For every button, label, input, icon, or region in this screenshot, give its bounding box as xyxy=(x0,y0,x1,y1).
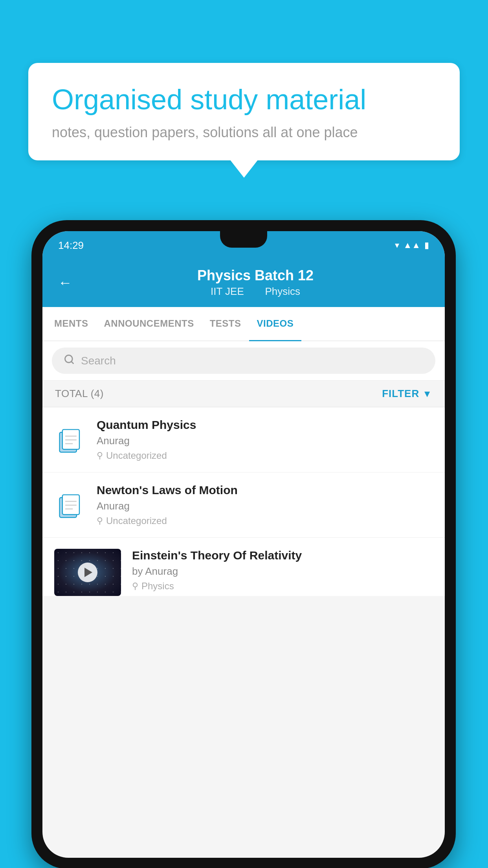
back-button[interactable]: ← xyxy=(58,274,72,291)
search-icon xyxy=(64,354,75,368)
filter-icon: ▼ xyxy=(422,388,432,399)
video-tag-1: ⚲ Uncategorized xyxy=(97,450,433,461)
video-thumbnail-3 xyxy=(54,549,121,596)
video-title-1: Quantum Physics xyxy=(97,418,433,432)
header-subtitle-sep xyxy=(253,285,259,297)
bubble-subtitle: notes, question papers, solutions all at… xyxy=(52,124,436,141)
tag-icon-3: ⚲ xyxy=(132,581,138,591)
total-label: TOTAL (4) xyxy=(55,388,104,400)
tab-announcements[interactable]: ANNOUNCEMENTS xyxy=(96,307,202,341)
file-icon-2 xyxy=(54,487,86,523)
video-item-3[interactable]: Einstein's Theory Of Relativity by Anura… xyxy=(42,538,445,596)
phone-screen: 14:29 ▾ ▲▲ ▮ ← Physics Batch 12 IIT JEE … xyxy=(42,231,445,858)
tab-ments[interactable]: MENTS xyxy=(46,307,96,341)
status-time: 14:29 xyxy=(58,239,84,252)
header-title: Physics Batch 12 xyxy=(82,267,429,284)
svg-line-1 xyxy=(71,361,73,363)
header-subtitle-iitjee: IIT JEE xyxy=(211,285,244,297)
status-bar: 14:29 ▾ ▲▲ ▮ xyxy=(42,231,445,259)
tag-icon-2: ⚲ xyxy=(97,516,103,526)
video-author-3: by Anurag xyxy=(132,565,433,577)
video-tag-label-3: Physics xyxy=(141,581,174,592)
filter-bar: TOTAL (4) FILTER ▼ xyxy=(42,381,445,407)
play-button-3[interactable] xyxy=(78,563,97,582)
video-item-1[interactable]: Quantum Physics Anurag ⚲ Uncategorized xyxy=(42,407,445,473)
speech-bubble: Organised study material notes, question… xyxy=(28,63,460,160)
search-bar[interactable]: Search xyxy=(52,348,435,374)
video-tag-2: ⚲ Uncategorized xyxy=(97,515,433,526)
search-placeholder: Search xyxy=(81,355,116,367)
header-subtitle-physics: Physics xyxy=(265,285,300,297)
bubble-title: Organised study material xyxy=(52,83,436,116)
tab-videos[interactable]: VIDEOS xyxy=(249,307,302,341)
tag-icon-1: ⚲ xyxy=(97,451,103,461)
thumb-gradient-3 xyxy=(54,549,121,596)
play-triangle-icon xyxy=(84,568,92,577)
tabs-bar: MENTS ANNOUNCEMENTS TESTS VIDEOS xyxy=(42,307,445,341)
file-icon-1 xyxy=(54,422,86,458)
app-header: ← Physics Batch 12 IIT JEE Physics xyxy=(42,259,445,307)
video-author-2: Anurag xyxy=(97,500,433,512)
wifi-icon: ▾ xyxy=(395,240,399,250)
video-tag-3: ⚲ Physics xyxy=(132,581,433,592)
video-info-2: Newton's Laws of Motion Anurag ⚲ Uncateg… xyxy=(97,484,433,526)
video-info-3: Einstein's Theory Of Relativity by Anura… xyxy=(132,549,433,592)
video-info-1: Quantum Physics Anurag ⚲ Uncategorized xyxy=(97,418,433,461)
header-subtitle: IIT JEE Physics xyxy=(82,285,429,298)
content-area: Quantum Physics Anurag ⚲ Uncategorized xyxy=(42,407,445,596)
filter-label: FILTER xyxy=(382,388,419,400)
header-center: Physics Batch 12 IIT JEE Physics xyxy=(82,267,429,298)
video-tag-label-1: Uncategorized xyxy=(106,450,167,461)
status-icons: ▾ ▲▲ ▮ xyxy=(395,240,429,250)
search-container: Search xyxy=(42,341,445,381)
video-tag-label-2: Uncategorized xyxy=(106,515,167,526)
video-author-1: Anurag xyxy=(97,435,433,447)
video-title-3: Einstein's Theory Of Relativity xyxy=(132,549,433,562)
tab-tests[interactable]: TESTS xyxy=(202,307,249,341)
video-title-2: Newton's Laws of Motion xyxy=(97,484,433,497)
signal-icon: ▲▲ xyxy=(403,240,420,250)
battery-icon: ▮ xyxy=(424,240,429,250)
phone-frame: 14:29 ▾ ▲▲ ▮ ← Physics Batch 12 IIT JEE … xyxy=(31,220,456,868)
video-item-2[interactable]: Newton's Laws of Motion Anurag ⚲ Uncateg… xyxy=(42,473,445,538)
filter-button[interactable]: FILTER ▼ xyxy=(382,388,432,400)
